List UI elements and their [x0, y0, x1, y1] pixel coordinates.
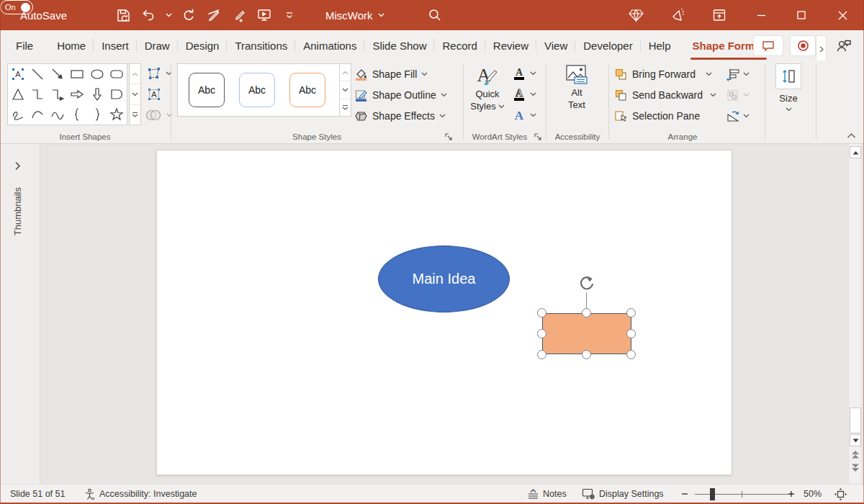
shape-style-preset-2[interactable]: Abc [239, 73, 275, 107]
resize-handle-top-left[interactable] [537, 308, 546, 318]
tab-file[interactable]: File [9, 30, 43, 60]
main-idea-ellipse[interactable]: Main Idea [378, 246, 510, 312]
text-effects-button[interactable]: A [513, 106, 536, 125]
undo-icon[interactable] [139, 6, 158, 24]
shape-arrow-down[interactable] [87, 84, 107, 104]
text-outline-button[interactable]: A [513, 85, 536, 104]
undo-dropdown-icon[interactable] [164, 6, 173, 24]
shape-line[interactable] [28, 64, 48, 84]
premium-diamond-icon[interactable] [621, 0, 650, 30]
zoom-in-button[interactable] [788, 485, 795, 503]
zoom-slider-track[interactable] [695, 494, 791, 495]
fit-to-window-button[interactable] [834, 485, 847, 503]
previous-slide-icon[interactable] [850, 449, 860, 459]
shape-right-brace[interactable] [87, 104, 107, 125]
save-icon[interactable] [114, 6, 132, 24]
quick-styles-button[interactable]: A Quick Styles [469, 63, 506, 112]
shape-text-box[interactable]: A [8, 64, 28, 84]
shape-elbow-connector[interactable] [28, 84, 48, 104]
edit-shape-button[interactable] [147, 64, 172, 83]
next-slide-icon[interactable] [850, 463, 860, 473]
shapes-scroll-down-icon[interactable] [130, 84, 140, 104]
size-button[interactable]: Size [771, 63, 806, 112]
close-button[interactable] [828, 0, 857, 30]
shape-freeform-blob[interactable] [107, 84, 127, 104]
scroll-down-icon[interactable] [850, 434, 861, 446]
tab-draw[interactable]: Draw [137, 30, 178, 60]
styles-scroll-up-icon[interactable] [340, 64, 351, 81]
search-icon[interactable] [428, 0, 442, 30]
share-button[interactable] [829, 35, 858, 56]
merge-shapes-button[interactable] [145, 106, 173, 125]
vertical-scrollbar[interactable] [848, 144, 861, 484]
customize-qat-icon[interactable] [280, 6, 299, 24]
shape-left-brace[interactable] [68, 104, 88, 125]
bring-forward-button[interactable]: Bring Forward [614, 65, 712, 84]
tab-home[interactable]: Home [49, 30, 94, 60]
styles-scroll-down-icon[interactable] [340, 81, 351, 99]
shape-styles-dialog-launcher-icon[interactable] [444, 132, 454, 142]
accessibility-status[interactable]: Accessibility: Investigate [84, 485, 197, 503]
zoom-level[interactable]: 50% [804, 485, 822, 503]
tab-insert[interactable]: Insert [94, 30, 137, 60]
slide-canvas[interactable] [156, 150, 732, 475]
tab-animations[interactable]: Animations [295, 30, 364, 60]
wordart-dialog-launcher-icon[interactable] [534, 132, 543, 142]
shape-style-preset-3[interactable]: Abc [289, 73, 325, 107]
shape-arrow-right[interactable] [68, 84, 88, 104]
tab-help[interactable]: Help [641, 30, 679, 60]
start-slideshow-icon[interactable] [255, 6, 274, 24]
resize-handle-bottom-left[interactable] [537, 350, 546, 359]
shape-elbow-arrow-connector[interactable] [48, 84, 68, 104]
text-box-button[interactable]: A [147, 85, 161, 104]
expand-thumbnails-icon[interactable] [14, 161, 21, 171]
shape-rounded-rectangle[interactable] [107, 64, 127, 84]
rotate-button[interactable] [726, 107, 750, 125]
record-dropdown[interactable] [816, 35, 827, 63]
shape-triangle[interactable] [8, 84, 28, 104]
rotate-handle-icon[interactable] [577, 274, 597, 294]
tab-design[interactable]: Design [178, 30, 228, 60]
shape-rectangle[interactable] [68, 64, 88, 84]
shapes-gallery-more-icon[interactable] [130, 105, 140, 125]
thumbnails-pane[interactable]: Thumbnails [0, 144, 40, 484]
document-title[interactable]: MiscWork [325, 0, 384, 30]
shape-curve[interactable] [28, 104, 48, 125]
slide-indicator[interactable]: Slide 51 of 51 [10, 485, 65, 503]
shape-scribble[interactable] [8, 104, 28, 125]
notes-button[interactable]: Notes [527, 485, 567, 503]
shape-arrow[interactable] [48, 64, 68, 84]
zoom-slider-thumb[interactable] [710, 488, 715, 500]
resize-handle-top-right[interactable] [626, 308, 636, 318]
selection-pane-button[interactable]: Selection Pane [614, 107, 700, 125]
resize-handle-middle-left[interactable] [537, 329, 546, 338]
selected-rectangle[interactable] [542, 313, 631, 354]
record-button[interactable] [790, 35, 816, 56]
zoom-out-button[interactable] [681, 485, 688, 503]
tab-view[interactable]: View [536, 30, 575, 60]
shape-fill-button[interactable]: Shape Fill [354, 65, 428, 84]
scroll-up-icon[interactable] [850, 146, 861, 158]
styles-gallery-more-icon[interactable] [340, 99, 351, 116]
comments-button[interactable] [753, 35, 783, 56]
align-button[interactable] [726, 65, 750, 84]
minimize-button[interactable] [747, 0, 775, 30]
shapes-scroll-up-icon[interactable] [130, 64, 140, 84]
alt-text-button[interactable]: Alt Text [558, 63, 595, 111]
shape-freeform-wave[interactable] [48, 104, 68, 125]
resize-handle-bottom-center[interactable] [582, 350, 591, 359]
shape-oval[interactable] [87, 64, 107, 84]
tab-record[interactable]: Record [434, 30, 485, 60]
group-button[interactable] [726, 86, 750, 104]
text-fill-button[interactable]: A [513, 64, 536, 83]
tab-slide-show[interactable]: Slide Show [364, 30, 434, 60]
shape-outline-button[interactable]: Shape Outline [354, 86, 447, 104]
collapse-ribbon-icon[interactable] [847, 132, 856, 138]
ink-pen-icon[interactable] [230, 6, 248, 24]
whats-new-icon[interactable] [663, 0, 692, 30]
resize-handle-middle-right[interactable] [626, 329, 636, 338]
resize-handle-bottom-right[interactable] [626, 350, 636, 359]
shape-effects-button[interactable]: Shape Effects [354, 107, 446, 125]
resize-handle-top-center[interactable] [582, 308, 591, 318]
shape-style-preset-1[interactable]: Abc [189, 73, 225, 107]
